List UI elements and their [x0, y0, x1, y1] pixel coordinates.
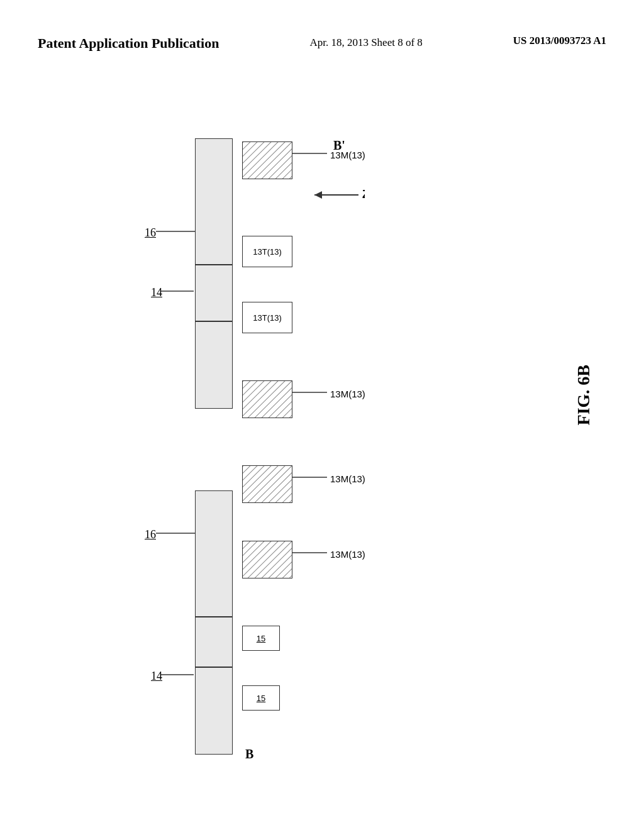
svg-marker-1 [314, 191, 322, 199]
small-box-2: 15 [242, 685, 280, 711]
divider-1 [195, 264, 233, 265]
z-arrow: Z [308, 185, 365, 207]
leader-hatch4 [292, 552, 330, 553]
small-box-1-label: 15 [257, 634, 265, 643]
label-13m-1: 13M(13) [330, 150, 365, 160]
diagram-container: B B' Z FIG. 6B 16 14 16 14 [0, 101, 644, 830]
hatch-box-1 [242, 141, 292, 179]
svg-rect-11 [243, 381, 292, 418]
figure-label: FIG. 6B [574, 365, 594, 425]
label-13m-3: 13M(13) [330, 473, 365, 484]
vertical-stripe-top [195, 138, 233, 409]
date-sheet: Apr. 18, 2013 Sheet 8 of 8 [309, 35, 422, 51]
plain-box-1-label: 13T(13) [253, 247, 282, 257]
svg-rect-8 [243, 142, 292, 179]
label-B-bottom: B [245, 747, 253, 761]
publication-title: Patent Application Publication [38, 35, 219, 53]
patent-number: US 2013/0093723 A1 [513, 35, 606, 47]
label-13m-2: 13M(13) [330, 389, 365, 399]
bracket-16-top [156, 231, 197, 232]
bracket-14-bottom [161, 674, 196, 675]
divider-2 [195, 321, 233, 322]
page-header: Patent Application Publication Apr. 18, … [0, 35, 644, 53]
label-13m-4: 13M(13) [330, 549, 365, 560]
divider-3 [195, 616, 233, 617]
plain-box-1: 13T(13) [242, 236, 292, 267]
bracket-14-top [161, 290, 196, 292]
svg-rect-14 [243, 466, 292, 502]
hatch-box-3 [242, 465, 292, 503]
divider-4 [195, 667, 233, 668]
hatch-box-2 [242, 380, 292, 418]
leader-hatch3 [292, 477, 330, 478]
label-14-bottom: 14 [151, 670, 162, 683]
leader-hatch1 [292, 153, 330, 154]
svg-text:Z: Z [362, 188, 365, 201]
svg-rect-17 [243, 541, 292, 578]
small-box-2-label: 15 [257, 694, 265, 703]
small-box-1: 15 [242, 626, 280, 651]
hatch-box-4 [242, 541, 292, 578]
bracket-16-bottom [156, 533, 197, 534]
plain-box-2: 13T(13) [242, 302, 292, 333]
label-14-top: 14 [151, 286, 162, 299]
label-16-bottom: 16 [145, 528, 156, 541]
plain-box-2-label: 13T(13) [253, 313, 282, 323]
label-16-top: 16 [145, 226, 156, 240]
vertical-stripe-bottom [195, 490, 233, 755]
leader-hatch2 [292, 392, 330, 393]
